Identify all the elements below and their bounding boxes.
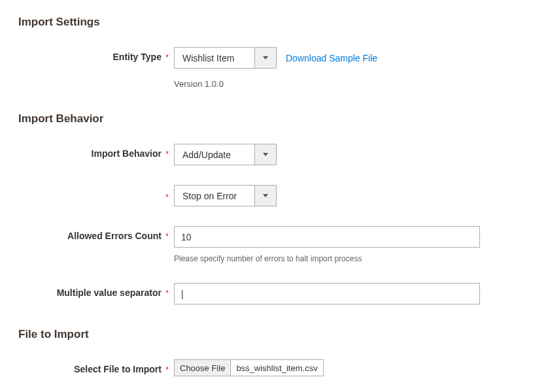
- row-entity-type: Entity Type * Wishlist Item Download Sam…: [18, 47, 530, 89]
- label-text-select-file: Select File to Import: [74, 364, 162, 374]
- label-import-behavior: Import Behavior *: [18, 144, 174, 159]
- select-import-behavior-value: Add/Update: [175, 144, 254, 165]
- file-input[interactable]: Choose File bss_wishlist_item.csv: [174, 359, 324, 376]
- version-note: Version 1.0.0: [174, 79, 224, 89]
- label-validation-strategy: x *: [18, 185, 174, 202]
- label-text-separator: Multiple value separator: [57, 287, 162, 298]
- choose-file-button[interactable]: Choose File: [175, 360, 230, 376]
- select-entity-type[interactable]: Wishlist Item: [174, 47, 277, 69]
- chevron-down-icon: [254, 48, 276, 68]
- row-select-file: Select File to Import * Choose File bss_…: [18, 359, 530, 376]
- label-text-import-behavior: Import Behavior: [92, 148, 162, 159]
- required-icon: *: [165, 52, 169, 62]
- row-validation-strategy: x * Stop on Error: [18, 185, 530, 206]
- label-text-allowed-errors: Allowed Errors Count: [67, 231, 162, 241]
- label-select-file: Select File to Import *: [18, 359, 174, 374]
- required-icon: *: [165, 288, 169, 298]
- label-separator: Multiple value separator *: [18, 283, 174, 298]
- section-title-import-behavior: Import Behavior: [18, 112, 530, 125]
- required-icon: *: [165, 192, 169, 202]
- label-entity-type: Entity Type *: [18, 47, 174, 62]
- required-icon: *: [165, 231, 169, 241]
- select-entity-type-value: Wishlist Item: [175, 48, 254, 68]
- section-title-file-to-import: File to Import: [18, 328, 530, 341]
- note-allowed-errors: Please specify number of errors to halt …: [174, 254, 362, 263]
- chevron-down-icon: [254, 186, 276, 206]
- required-icon: *: [165, 365, 169, 374]
- download-sample-link[interactable]: Download Sample File: [286, 47, 377, 69]
- select-validation-strategy-value: Stop on Error: [175, 186, 254, 206]
- label-allowed-errors: Allowed Errors Count *: [18, 226, 174, 241]
- row-import-behavior: Import Behavior * Add/Update: [18, 144, 530, 165]
- input-allowed-errors[interactable]: [174, 226, 480, 248]
- section-title-import-settings: Import Settings: [18, 16, 530, 29]
- row-allowed-errors: Allowed Errors Count * Please specify nu…: [18, 226, 530, 263]
- select-validation-strategy[interactable]: Stop on Error: [174, 185, 277, 206]
- row-separator: Multiple value separator *: [18, 283, 530, 304]
- input-separator[interactable]: [174, 283, 480, 304]
- label-text-entity-type: Entity Type: [113, 52, 162, 62]
- chevron-down-icon: [254, 144, 276, 165]
- select-import-behavior[interactable]: Add/Update: [174, 144, 277, 165]
- chosen-file-name: bss_wishlist_item.csv: [230, 360, 322, 376]
- required-icon: *: [165, 149, 169, 159]
